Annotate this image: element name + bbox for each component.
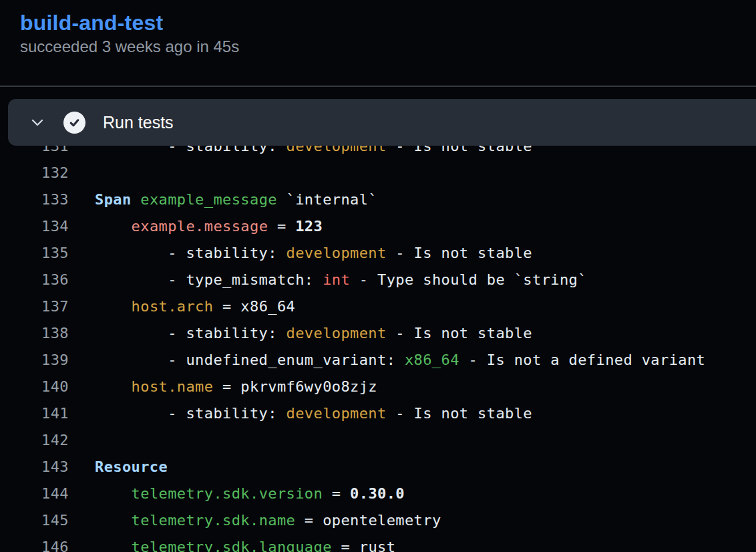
log-segment: example_message (140, 191, 277, 208)
log-line: 133Span example_message `internal` (0, 186, 756, 213)
line-number[interactable]: 143 (0, 458, 69, 475)
log-segment: int (323, 271, 350, 288)
log-segment: = pkrvmf6wy0o8zjz (213, 378, 377, 395)
log-segment: 123 (295, 218, 323, 235)
log-line: 136 - type_mismatch: int - Type should b… (0, 266, 756, 293)
step-success-check-icon (63, 112, 85, 134)
log-line: 132 (0, 159, 756, 186)
log-line: 140 host.name = pkrvmf6wy0o8zjz (0, 373, 756, 400)
line-number[interactable]: 141 (0, 405, 69, 422)
log-segment: - Type should be `string` (350, 271, 587, 288)
log-segment: telemetry.sdk.language (132, 539, 332, 552)
log-text: telemetry.sdk.language = rust (95, 539, 395, 552)
log-segment: 0.30.0 (350, 485, 405, 502)
log-segment: development (287, 325, 387, 341)
line-number[interactable]: 138 (0, 325, 69, 341)
log-line: 138 - stability: development - Is not st… (0, 319, 756, 346)
log-segment (95, 378, 132, 395)
log-text: - undefined_enum_variant: x86_64 - Is no… (95, 352, 705, 368)
line-number[interactable]: 134 (0, 218, 69, 235)
log-text: telemetry.sdk.version = 0.30.0 (95, 485, 405, 502)
line-number[interactable]: 140 (0, 378, 69, 395)
line-number[interactable]: 142 (0, 432, 69, 448)
log-line: 139 - undefined_enum_variant: x86_64 - I… (0, 346, 756, 373)
line-number[interactable]: 135 (0, 245, 69, 261)
step-name: Run tests (103, 113, 174, 132)
log-segment: = opentelemetry (295, 512, 441, 529)
log-segment: = (268, 218, 295, 235)
log-segment: example.message (132, 218, 268, 235)
log-text: host.arch = x86_64 (95, 298, 295, 315)
line-number[interactable]: 132 (0, 164, 69, 181)
log-segment: = rust (332, 539, 396, 552)
log-segment: - stability: (95, 325, 287, 341)
log-line: 135 - stability: development - Is not st… (0, 239, 756, 266)
log-text: - stability: development - Is not stable (95, 325, 532, 341)
log-segment: - Is not stable (387, 325, 532, 341)
log-segment: - Is not stable (387, 245, 532, 261)
job-title[interactable]: build-and-test (20, 9, 163, 36)
job-header: build-and-test succeeded 3 weeks ago in … (0, 0, 756, 86)
log-segment: - stability: (95, 405, 287, 422)
log-segment: `internal` (277, 191, 377, 208)
line-number[interactable]: 144 (0, 485, 69, 502)
log-text: - stability: development - Is not stable (95, 405, 532, 422)
log-segment (95, 512, 132, 529)
log-text: host.name = pkrvmf6wy0o8zjz (95, 378, 377, 395)
log-segment (95, 539, 132, 552)
log-text: Span example_message `internal` (95, 191, 377, 208)
log-segment (132, 191, 141, 208)
job-status-summary: succeeded 3 weeks ago in 45s (20, 37, 756, 56)
log-text: example.message = 123 (95, 218, 323, 235)
log-line: 145 telemetry.sdk.name = opentelemetry (0, 507, 756, 533)
log-segment: x86_64 (405, 352, 459, 368)
header-divider (0, 86, 756, 87)
log-text: - type_mismatch: int - Type should be `s… (95, 271, 587, 288)
log-line: 134 example.message = 123 (0, 213, 756, 239)
log-segment: development (287, 245, 387, 261)
log-segment (95, 218, 132, 235)
log-segment: = x86_64 (213, 298, 295, 315)
log-text: Resource (95, 458, 168, 475)
log-segment: = (323, 485, 350, 502)
log-segment: - type_mismatch: (95, 271, 323, 288)
line-number[interactable]: 136 (0, 271, 69, 288)
chevron-down-icon[interactable] (30, 115, 45, 130)
log-lines: 131 - stability: development - Is not st… (0, 132, 756, 552)
line-number[interactable]: 145 (0, 512, 69, 529)
log-segment: telemetry.sdk.version (132, 485, 323, 502)
log-segment: - Is not a defined variant (459, 352, 705, 368)
line-number[interactable]: 146 (0, 539, 69, 552)
log-segment: development (287, 405, 387, 422)
line-number[interactable]: 137 (0, 298, 69, 315)
log-line: 141 - stability: development - Is not st… (0, 400, 756, 426)
log-segment (95, 485, 132, 502)
log-line: 137 host.arch = x86_64 (0, 293, 756, 319)
log-segment (95, 298, 132, 315)
line-number[interactable]: 139 (0, 352, 69, 368)
log-segment: host.name (132, 378, 214, 395)
log-segment: telemetry.sdk.name (132, 512, 296, 529)
step-header-run-tests[interactable]: Run tests (8, 99, 756, 146)
log-line: 146 telemetry.sdk.language = rust (0, 533, 756, 552)
log-segment: - Is not stable (387, 405, 532, 422)
log-segment: - stability: (95, 245, 287, 261)
log-line: 143Resource (0, 453, 756, 480)
line-number[interactable]: 133 (0, 191, 69, 208)
log-text: telemetry.sdk.name = opentelemetry (95, 512, 441, 529)
log-segment: Span (95, 191, 132, 208)
log-text: - stability: development - Is not stable (95, 245, 532, 261)
log-segment: Resource (95, 458, 168, 475)
log-segment: - undefined_enum_variant: (95, 352, 405, 368)
log-line: 142 (0, 426, 756, 453)
log-segment: host.arch (132, 298, 214, 315)
log-line: 144 telemetry.sdk.version = 0.30.0 (0, 480, 756, 507)
